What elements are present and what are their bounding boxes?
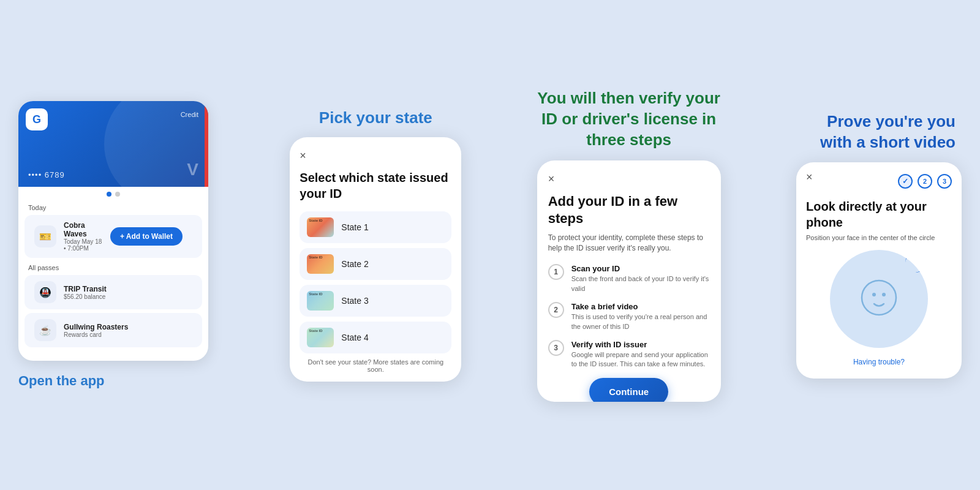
state1-thumbnail: State ID [307,217,334,237]
step-title-3: Verify with ID issuer [571,340,710,349]
verify-modal-desc: To protect your identity, complete these… [548,233,710,254]
svg-point-2 [882,293,886,296]
pass-info-coffee: Gullwing Roasters Rewards card [64,323,192,338]
step-indicator-1 [898,174,913,189]
card-hero: G Credit •••• 6789 V [18,101,208,187]
face-circle-container [806,250,952,348]
step-num-2: 2 [548,302,564,318]
step-title-1: Scan your ID [571,264,710,273]
ticket-icon: 🎫 [34,225,56,247]
verify-id-modal: × Add your ID in a few steps To protect … [537,160,721,402]
red-stripe [205,101,208,187]
step-desc-3: Google will prepare and send your applic… [571,350,710,369]
step-num-3: 3 [548,340,564,356]
state-item-3[interactable]: State ID State 3 [300,285,451,317]
transaction-name: Cobra Waves [64,221,103,238]
section2-title: Pick your state [319,108,432,127]
transaction-info: Cobra Waves Today May 18 • 7:00PM [64,221,103,252]
face-illustration [854,274,903,323]
verify-step-2: 2 Take a brief video This is used to ver… [548,302,710,331]
state3-name: State 3 [341,296,368,306]
pass-item-transit: 🚇 TRIP Transit $56.20 balance [24,275,202,309]
state-item-2[interactable]: State ID State 2 [300,248,451,280]
all-passes-label: All passes [18,262,208,275]
add-to-wallet-button[interactable]: + Add to Wallet [110,227,183,246]
step-desc-1: Scan the front and back of your ID to ve… [571,274,710,293]
section1-title: Open the app [18,373,105,389]
video-modal-title: Look directly at your phone [806,198,952,230]
continue-button[interactable]: Continue [589,378,668,402]
verify-step-3: 3 Verify with ID issuer Google will prep… [548,340,710,369]
face-circle [830,250,928,348]
pass-detail-coffee: Rewards card [64,331,192,338]
pass-name-coffee: Gullwing Roasters [64,323,192,331]
card-brand: V [187,160,198,179]
having-trouble-link[interactable]: Having trouble? [806,358,952,366]
svg-point-0 [862,281,896,315]
states-coming-soon-note: Don't see your state? More states are co… [300,358,451,373]
section3-title-plain: You will then [537,89,639,107]
svg-point-1 [872,293,876,296]
dot-inactive[interactable] [115,192,120,197]
verify-step-1: 1 Scan your ID Scan the front and back o… [548,264,710,293]
state-modal-close[interactable]: × [300,149,451,162]
pass-info-transit: TRIP Transit $56.20 balance [64,285,192,300]
step-title-2: Take a brief video [571,302,710,311]
today-label: Today [18,202,208,215]
pass-detail-transit: $56.20 balance [64,293,192,300]
state-item-4[interactable]: State ID State 4 [300,322,451,353]
pass-name-transit: TRIP Transit [64,285,192,293]
state3-thumbnail: State ID [307,291,334,311]
step-content-3: Verify with ID issuer Google will prepar… [571,340,710,369]
phone-wallet-card: G Credit •••• 6789 V Today 🎫 Cobra Waves… [18,101,208,361]
section-pick-state: Pick your state × Select which state iss… [290,108,461,382]
step-indicator-3: 3 [937,174,952,189]
pass-item-coffee: ☕ Gullwing Roasters Rewards card [24,313,202,347]
step-indicator-2: 2 [918,174,932,189]
transit-icon: 🚇 [34,281,56,303]
step-indicators: 2 3 [898,174,952,189]
state-modal-title: Select which state issued your ID [300,170,451,202]
section3-title: You will then verify your ID or driver's… [531,88,727,150]
video-modal-desc: Position your face in the center of the … [806,234,952,241]
state2-name: State 2 [341,259,368,269]
state1-name: State 1 [341,222,368,232]
state4-name: State 4 [341,333,368,342]
coffee-icon: ☕ [34,319,56,341]
transaction-date: Today May 18 • 7:00PM [64,238,103,252]
video-modal-header: × 2 3 [806,171,952,191]
step-desc-2: This is used to verify you're a real per… [571,312,710,331]
video-modal-close[interactable]: × [806,171,813,184]
step-num-1: 1 [548,264,564,280]
state2-thumbnail: State ID [307,254,334,274]
verify-modal-title: Add your ID in a few steps [548,193,710,228]
section-open-app: G Credit •••• 6789 V Today 🎫 Cobra Waves… [18,101,221,389]
card-number: •••• 6789 [28,170,65,179]
video-modal: × 2 3 Look directly at your phone Positi… [796,162,962,379]
card-logo: G [26,108,48,130]
section-short-video: Prove you're you with a short video × 2 … [796,111,962,379]
state-selection-modal: × Select which state issued your ID Stat… [290,137,461,382]
step-content-2: Take a brief video This is used to verif… [571,302,710,331]
section4-title: Prove you're you with a short video [796,111,956,153]
section-verify-id: You will then verify your ID or driver's… [531,88,727,402]
credit-label: Credit [181,111,198,118]
transaction-item: 🎫 Cobra Waves Today May 18 • 7:00PM + Ad… [24,215,202,258]
dot-active[interactable] [107,192,111,197]
verify-modal-close[interactable]: × [548,173,710,186]
state-item-1[interactable]: State ID State 1 [300,211,451,243]
step-content-1: Scan your ID Scan the front and back of … [571,264,710,293]
state4-thumbnail: State ID [307,328,334,347]
